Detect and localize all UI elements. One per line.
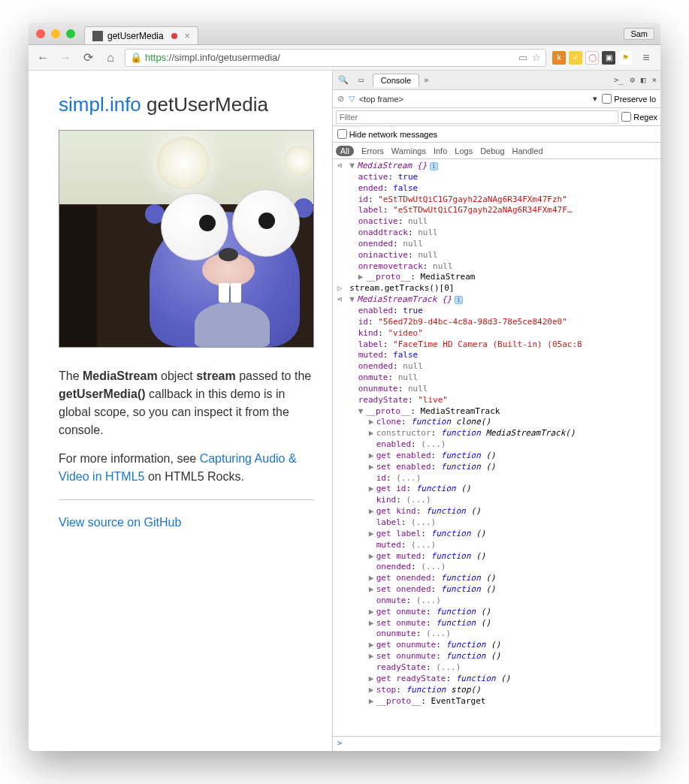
inspect-icon[interactable]: 🔍 [337, 75, 350, 85]
dock-side-icon[interactable]: ◧ [641, 75, 646, 85]
device-mode-icon[interactable]: ▭ [355, 75, 368, 85]
log-level-logs[interactable]: Logs [455, 146, 473, 155]
extension-icon[interactable]: ⚑ [618, 51, 632, 65]
address-bar[interactable]: 🔒 https ://simpl.info/getusermedia/ ▭ ☆ [125, 49, 546, 67]
bookmark-star-icon[interactable]: ☆ [532, 52, 541, 63]
home-button[interactable]: ⌂ [102, 51, 119, 65]
video-element[interactable] [59, 130, 314, 348]
toolbar: ← → ⟳ ⌂ 🔒 https ://simpl.info/getusermed… [29, 45, 660, 71]
page-title: simpl.info getUserMedia [59, 93, 314, 116]
back-button[interactable]: ← [35, 51, 51, 65]
close-window-button[interactable] [36, 29, 45, 38]
recording-indicator-icon [171, 33, 177, 39]
log-level-handled[interactable]: Handled [512, 146, 543, 155]
log-level-debug[interactable]: Debug [480, 146, 504, 155]
view-source-link[interactable]: View source on GitHub [59, 516, 181, 529]
log-level-info[interactable]: Info [434, 146, 447, 155]
video-frame-gopher [59, 131, 313, 347]
preserve-log-checkbox[interactable]: Preserve lo [602, 94, 656, 104]
tab-close-button[interactable]: × [185, 31, 190, 41]
console-prompt[interactable]: > [333, 736, 660, 751]
zoom-window-button[interactable] [66, 29, 75, 38]
cast-icon[interactable]: ▣ [602, 51, 615, 65]
frame-selector[interactable]: <top frame> ▾ [359, 94, 598, 104]
page-content: simpl.info getUserMedia [29, 71, 332, 751]
lock-icon: 🔒 [130, 52, 142, 63]
tab-title: getUserMedia [107, 31, 164, 41]
devtools-close-icon[interactable]: × [651, 75, 657, 85]
reload-button[interactable]: ⟳ [80, 50, 96, 65]
camera-permission-icon[interactable]: ▭ [518, 52, 527, 63]
devtools-toolbar: 🔍 ▭ Console » >_ ⚙ ◧ × [333, 71, 660, 90]
menu-button[interactable]: ≡ [638, 51, 654, 65]
minimize-window-button[interactable] [51, 29, 60, 38]
hide-network-checkbox[interactable]: Hide network messages [337, 129, 437, 139]
forward-button[interactable]: → [57, 51, 74, 65]
clear-console-icon[interactable]: ⊘ [337, 94, 344, 104]
more-tabs-icon[interactable]: » [424, 75, 429, 85]
settings-gear-icon[interactable]: ⚙ [630, 75, 635, 85]
log-level-errors[interactable]: Errors [361, 146, 384, 155]
favicon-icon [92, 31, 103, 41]
regex-checkbox[interactable]: Regex [621, 112, 657, 122]
window-titlebar: getUserMedia × Sam [29, 23, 660, 45]
devtools-panel: 🔍 ▭ Console » >_ ⚙ ◧ × ⊘ ▽ <top frame> [332, 71, 660, 751]
drawer-toggle-icon[interactable]: >_ [614, 75, 624, 85]
console-tab[interactable]: Console [373, 74, 419, 87]
console-output[interactable]: ⊲ ▼MediaStream {}iactive: trueended: fal… [333, 159, 660, 736]
extension-icon[interactable]: ◯ [585, 51, 599, 65]
url-path: ://simpl.info/getusermedia/ [166, 52, 280, 63]
extensions: k ✓ ◯ ▣ ⚑ [552, 51, 632, 65]
profile-button[interactable]: Sam [624, 28, 654, 40]
site-link[interactable]: simpl.info [59, 93, 141, 116]
extension-icon[interactable]: k [552, 51, 566, 65]
url-scheme: https [145, 52, 166, 63]
log-level-warnings[interactable]: Warnings [391, 146, 426, 155]
log-level-all[interactable]: All [336, 146, 354, 156]
log-level-filter: AllErrorsWarningsInfoLogsDebugHandled [333, 143, 660, 159]
filter-funnel-icon[interactable]: ▽ [349, 94, 355, 104]
extension-icon[interactable]: ✓ [569, 51, 582, 65]
paragraph: For more information, see Capturing Audi… [59, 450, 314, 486]
browser-tab[interactable]: getUserMedia × [84, 26, 198, 44]
console-filter-input[interactable] [336, 110, 619, 124]
paragraph: The MediaStream object stream passed to … [59, 367, 314, 439]
divider [59, 499, 314, 500]
